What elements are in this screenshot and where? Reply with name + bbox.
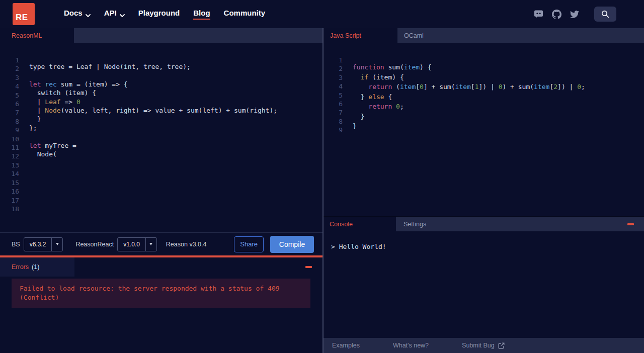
code-token: ] + sum( [424, 83, 455, 91]
code-token: item [400, 83, 416, 91]
right-pane: Java ScriptOCaml 123456789 function sum(… [324, 28, 644, 353]
code-token: [ [416, 83, 420, 91]
line-number: 2 [324, 64, 343, 73]
tab-reasonml[interactable]: ReasonML [0, 28, 74, 43]
code-line: let myTree = [29, 141, 277, 150]
left-tabbar: ReasonML [0, 28, 323, 43]
footer-item-label: Submit Bug [462, 342, 495, 349]
errors-title: Errors [12, 263, 29, 271]
code-line: if (item) { [353, 72, 585, 82]
code-token: Node( [29, 150, 57, 158]
code-token: 0 [420, 83, 424, 91]
tab-errors[interactable]: Errors (1) [0, 257, 74, 277]
line-number: 4 [324, 82, 343, 91]
code-token: let [29, 142, 41, 149]
code-line [29, 158, 277, 167]
line-number: 2 [0, 64, 19, 73]
code-line [29, 211, 277, 220]
share-button[interactable]: Share [234, 236, 264, 252]
discord-icon[interactable] [534, 10, 543, 18]
code-token: ]) | [557, 83, 577, 91]
reason-editor[interactable]: 123456789101112131415161718 type tree = … [0, 43, 323, 232]
code-area: type tree = Leaf | Node(int, tree, tree)… [19, 50, 277, 226]
console-output-area[interactable]: > Hello World! [324, 231, 644, 338]
chevron-down-icon [86, 10, 91, 19]
reasonreact-version-select[interactable]: v1.0.0 [117, 237, 157, 251]
nav-item-api[interactable]: API [104, 9, 125, 20]
tab-console[interactable]: Console [324, 217, 396, 231]
code-token [353, 73, 361, 81]
bs-version-select[interactable]: v6.3.2 [24, 237, 63, 251]
code-token: ; [400, 103, 404, 110]
nav-item-label: Blog [193, 9, 210, 20]
nav-item-blog[interactable]: Blog [193, 9, 210, 20]
code-token [353, 103, 368, 110]
code-line: } [29, 115, 277, 123]
code-line [29, 203, 277, 211]
code-line: } else { [353, 92, 585, 102]
nav-item-community[interactable]: Community [224, 9, 266, 20]
code-line: Node( [29, 150, 277, 158]
footer-item-label: Examples [332, 342, 360, 349]
code-line [29, 194, 277, 202]
code-token: ; [581, 83, 585, 91]
code-token: }; [29, 124, 37, 132]
code-token: item [534, 83, 549, 91]
nav-menu: DocsAPIPlaygroundBlogCommunity [64, 9, 265, 20]
code-token: 2 [553, 83, 557, 91]
code-token: } [353, 122, 357, 130]
main-split: ReasonML 123456789101112131415161718 typ… [0, 28, 644, 353]
footer-item-submit-bug[interactable]: Submit Bug [462, 342, 505, 349]
collapse-errors-button[interactable] [305, 266, 312, 268]
code-line: } [353, 121, 585, 131]
nav-item-label: Docs [64, 9, 83, 20]
reason-logo[interactable]: RE [13, 3, 35, 25]
twitter-icon[interactable] [570, 11, 579, 18]
tab-ocaml[interactable]: OCaml [397, 28, 424, 43]
left-pane: ReasonML 123456789101112131415161718 typ… [0, 28, 324, 353]
code-token: { [384, 93, 392, 101]
code-token: sum = (item) => { [57, 80, 128, 88]
compile-button[interactable]: Compile [270, 236, 314, 253]
error-message: Failed to load resource: the server resp… [12, 279, 310, 308]
footer-item-examples[interactable]: Examples [332, 342, 360, 349]
chevron-down-icon [51, 238, 62, 251]
github-icon[interactable] [552, 10, 561, 19]
code-line: type tree = Leaf | Node(int, tree, tree)… [29, 62, 277, 71]
collapse-console-button[interactable] [627, 223, 634, 225]
line-number: 10 [0, 135, 19, 143]
code-token: function [353, 63, 384, 71]
code-line: return (item[0] + sum(item[1]) | 0) + su… [353, 82, 585, 92]
nav-item-playground[interactable]: Playground [138, 9, 180, 20]
line-number: 5 [0, 91, 19, 100]
code-token: item [455, 83, 471, 91]
code-token [392, 103, 396, 110]
code-token: Node [45, 107, 60, 114]
code-token: } [353, 113, 364, 120]
compile-toolbar: BS v6.3.2 ReasonReact v1.0.0 Reason v3.0… [0, 232, 323, 255]
tab-java-script[interactable]: Java Script [324, 28, 397, 43]
code-line: | Leaf => 0 [29, 98, 277, 106]
line-number: 16 [0, 187, 19, 196]
line-number: 1 [324, 56, 343, 64]
code-token: ( [392, 83, 400, 91]
line-number: 13 [0, 161, 19, 169]
footer-item-what-s-new[interactable]: What's new? [393, 342, 429, 349]
playground-footer: ExamplesWhat's new?Submit Bug [324, 338, 644, 353]
search-button[interactable] [594, 7, 616, 22]
line-number: 9 [0, 126, 19, 134]
nav-item-docs[interactable]: Docs [64, 9, 91, 20]
code-line [353, 131, 585, 141]
code-line: | Node(value, left, right) => value + su… [29, 106, 277, 115]
code-token: 0 [76, 98, 80, 106]
js-output-editor[interactable]: 123456789 function sum(item) { if (item)… [324, 43, 644, 216]
code-token: [ [471, 83, 475, 91]
nav-right [534, 7, 616, 22]
errors-count-badge: (1) [32, 263, 39, 271]
nav-item-label: Playground [138, 9, 180, 20]
tab-settings[interactable]: Settings [396, 217, 426, 231]
code-token: ) + sum( [502, 83, 534, 91]
code-token: Leaf [45, 98, 60, 106]
code-line: function sum(item) { [353, 62, 585, 72]
code-line [29, 185, 277, 194]
